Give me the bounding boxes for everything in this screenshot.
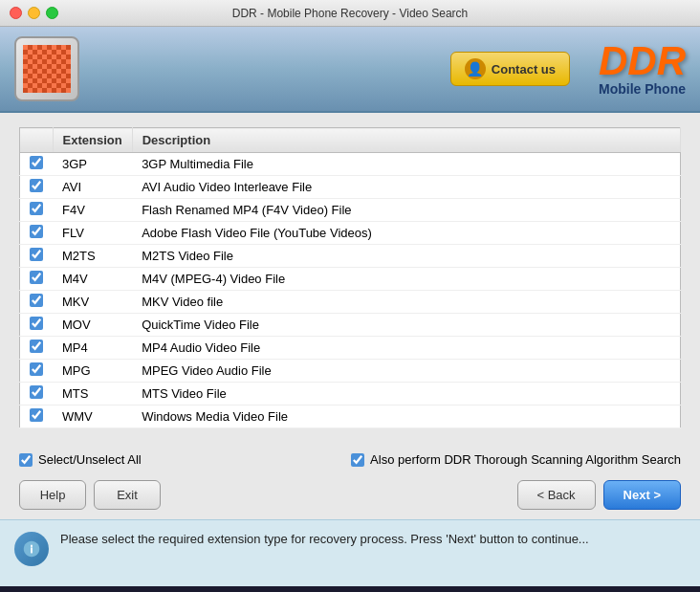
- table-row: M2TSM2TS Video File: [20, 245, 681, 268]
- row-checkbox-cell[interactable]: [20, 245, 54, 268]
- window-title: DDR - Mobile Phone Recovery - Video Sear…: [232, 7, 469, 20]
- row-extension: 3GP: [53, 153, 132, 176]
- info-icon: [14, 532, 49, 566]
- row-checkbox[interactable]: [30, 294, 43, 307]
- row-checkbox-cell[interactable]: [20, 199, 54, 222]
- row-checkbox[interactable]: [30, 202, 43, 215]
- table-row: MTSMTS Video File: [20, 383, 681, 406]
- minimize-button[interactable]: [28, 7, 40, 19]
- main-content: Extension Description 3GP3GP Multimedia …: [0, 113, 700, 443]
- thorough-scan-checkbox[interactable]: [351, 453, 364, 467]
- logo-icon: [23, 45, 71, 93]
- row-description: 3GP Multimedia File: [132, 153, 680, 176]
- table-row: MKVMKV Video file: [20, 291, 681, 314]
- row-description: Flash Renamed MP4 (F4V Video) File: [132, 199, 680, 222]
- contact-label: Contact us: [492, 62, 556, 77]
- row-checkbox-cell[interactable]: [20, 153, 54, 176]
- row-checkbox[interactable]: [30, 317, 43, 330]
- row-checkbox-cell[interactable]: [20, 383, 54, 406]
- row-checkbox[interactable]: [30, 179, 43, 192]
- row-extension: FLV: [53, 222, 132, 245]
- app-logo: [14, 36, 79, 101]
- info-bar: Please select the required extension typ…: [0, 519, 700, 586]
- row-checkbox[interactable]: [30, 340, 43, 353]
- row-extension: MTS: [53, 383, 132, 406]
- col-check: [20, 128, 54, 153]
- exit-button[interactable]: Exit: [94, 480, 161, 510]
- row-checkbox[interactable]: [30, 385, 43, 399]
- row-description: MKV Video file: [132, 291, 680, 314]
- contact-icon: 👤: [465, 58, 486, 79]
- select-all-area: Select/Unselect All: [19, 452, 142, 467]
- row-description: Adobe Flash Video File (YouTube Videos): [132, 222, 680, 245]
- row-extension: M2TS: [53, 245, 132, 268]
- row-description: MTS Video File: [132, 383, 680, 406]
- row-description: Windows Media Video File: [132, 406, 680, 428]
- file-type-table: Extension Description 3GP3GP Multimedia …: [19, 127, 681, 428]
- thorough-area: Also perform DDR Thorough Scanning Algor…: [156, 452, 681, 467]
- maximize-button[interactable]: [46, 7, 58, 19]
- row-checkbox-cell[interactable]: [20, 291, 54, 314]
- help-button[interactable]: Help: [19, 480, 86, 510]
- row-checkbox[interactable]: [30, 225, 43, 238]
- row-extension: MPG: [53, 360, 132, 383]
- col-extension: Extension: [53, 128, 132, 153]
- row-extension: MOV: [53, 314, 132, 337]
- row-extension: MKV: [53, 291, 132, 314]
- table-row: FLVAdobe Flash Video File (YouTube Video…: [20, 222, 681, 245]
- row-extension: M4V: [53, 268, 132, 291]
- row-checkbox-cell[interactable]: [20, 360, 54, 383]
- close-button[interactable]: [10, 7, 22, 19]
- row-description: MPEG Video Audio File: [132, 360, 680, 383]
- table-row: MPGMPEG Video Audio File: [20, 360, 681, 383]
- row-checkbox-cell[interactable]: [20, 222, 54, 245]
- row-extension: WMV: [53, 406, 132, 428]
- app-header: 👤 Contact us DDR Mobile Phone: [0, 27, 700, 113]
- table-row: WMVWindows Media Video File: [20, 406, 681, 428]
- footer-controls: Select/Unselect All Also perform DDR Tho…: [0, 443, 700, 474]
- row-checkbox-cell[interactable]: [20, 337, 54, 360]
- row-checkbox-cell[interactable]: [20, 406, 54, 428]
- row-checkbox[interactable]: [30, 248, 43, 261]
- row-description: AVI Audio Video Interleave File: [132, 176, 680, 199]
- select-all-checkbox[interactable]: [19, 453, 33, 467]
- row-extension: AVI: [53, 176, 132, 199]
- brand-subtitle: Mobile Phone: [599, 81, 686, 97]
- table-row: MP4MP4 Audio Video File: [20, 337, 681, 360]
- row-extension: F4V: [53, 199, 132, 222]
- row-description: M4V (MPEG-4) Video File: [132, 268, 680, 291]
- row-extension: MP4: [53, 337, 132, 360]
- table-row: MOVQuickTime Video File: [20, 314, 681, 337]
- row-checkbox[interactable]: [30, 408, 43, 422]
- row-checkbox[interactable]: [30, 271, 43, 284]
- table-row: 3GP3GP Multimedia File: [20, 153, 681, 176]
- row-checkbox-cell[interactable]: [20, 314, 54, 337]
- row-description: MP4 Audio Video File: [132, 337, 680, 360]
- select-all-label: Select/Unselect All: [38, 452, 142, 467]
- table-row: AVIAVI Audio Video Interleave File: [20, 176, 681, 199]
- next-button[interactable]: Next >: [603, 480, 681, 510]
- row-checkbox[interactable]: [30, 156, 43, 169]
- table-row: M4VM4V (MPEG-4) Video File: [20, 268, 681, 291]
- brand-name: DDR: [599, 41, 686, 81]
- info-message: Please select the required extension typ…: [60, 530, 589, 550]
- row-checkbox-cell[interactable]: [20, 268, 54, 291]
- contact-button[interactable]: 👤 Contact us: [450, 52, 570, 86]
- table-row: F4VFlash Renamed MP4 (F4V Video) File: [20, 199, 681, 222]
- row-checkbox[interactable]: [30, 362, 43, 376]
- titlebar: DDR - Mobile Phone Recovery - Video Sear…: [0, 0, 700, 27]
- col-description: Description: [132, 128, 680, 153]
- titlebar-buttons: [10, 7, 58, 19]
- row-description: M2TS Video File: [132, 245, 680, 268]
- button-row: Help Exit < Back Next >: [0, 474, 700, 519]
- thorough-label: Also perform DDR Thorough Scanning Algor…: [370, 452, 681, 467]
- brand-area: DDR Mobile Phone: [599, 41, 686, 97]
- row-checkbox-cell[interactable]: [20, 176, 54, 199]
- watermark-bar: UsbDriveRecovery.org: [0, 586, 700, 592]
- back-button[interactable]: < Back: [517, 480, 596, 510]
- row-description: QuickTime Video File: [132, 314, 680, 337]
